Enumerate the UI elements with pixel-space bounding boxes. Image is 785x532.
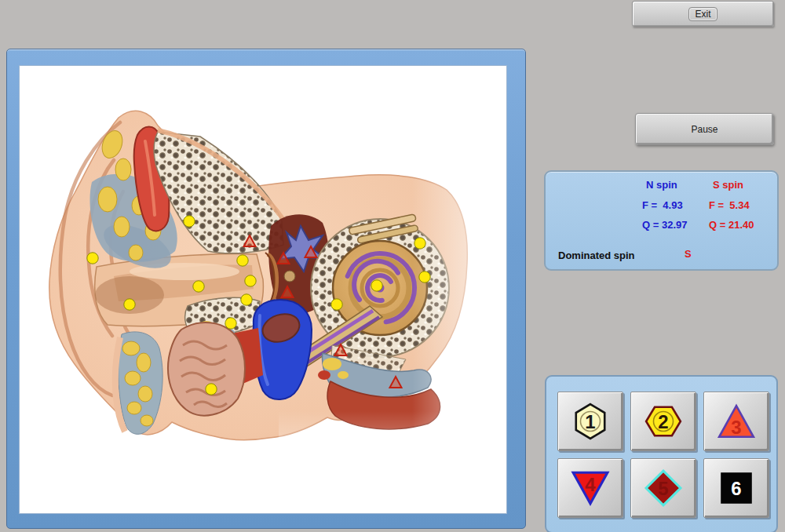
fade-right <box>412 168 506 450</box>
s-spin-f-value: F = 5.34 <box>709 199 750 211</box>
pause-button-label: Pause <box>691 124 717 135</box>
n-spin-q-value: Q = 32.97 <box>642 219 687 231</box>
shape-button-number: 6 <box>731 478 741 499</box>
measure-point-dot <box>237 255 248 266</box>
measure-point-dot <box>124 299 135 310</box>
shape-button-number: 5 <box>658 478 668 499</box>
fade-bottom <box>279 411 506 513</box>
diamond-icon: 5 <box>644 468 683 508</box>
n-spin-f-value: F = 4.93 <box>642 199 683 211</box>
shape-button-3[interactable]: 3 <box>703 392 769 451</box>
app-window: Exit Pause <box>0 0 785 532</box>
hexagon-h-icon: 2 <box>644 402 683 441</box>
s-spin-q-value: Q = 21.40 <box>709 219 754 231</box>
hexagon-v-icon: 1 <box>571 402 610 441</box>
fat-cluster <box>115 332 162 434</box>
measure-point-dot <box>419 271 430 282</box>
shape-button-2[interactable]: 2 <box>630 392 696 451</box>
measure-point-dot <box>414 238 425 249</box>
triangle-down-icon: 4 <box>571 468 610 508</box>
shape-buttons-panel: 123456 <box>545 375 778 532</box>
shape-button-1[interactable]: 1 <box>557 392 623 451</box>
measure-point-dot <box>193 281 204 292</box>
measure-point-dot <box>87 253 98 264</box>
shape-button-number: 1 <box>585 411 595 432</box>
measure-point-dot <box>245 275 256 286</box>
exit-button[interactable]: Exit <box>632 1 774 27</box>
shape-button-6[interactable]: 6 <box>703 458 769 518</box>
spin-info-panel: N spin S spin F = 4.93 F = 5.34 Q = 32.9… <box>544 170 779 271</box>
shape-button-number: 3 <box>731 417 741 438</box>
anatomy-image-panel <box>6 49 526 529</box>
shape-button-number: 4 <box>585 474 596 495</box>
measure-point-dot <box>371 280 382 291</box>
dominated-spin-label: Dominated spin <box>558 250 635 261</box>
square-icon: 6 <box>717 468 756 508</box>
exit-button-label: Exit <box>688 7 717 21</box>
measure-point-dot <box>241 294 252 305</box>
measure-point-dot <box>331 299 342 310</box>
pause-button[interactable]: Pause <box>635 113 774 145</box>
anatomy-canvas <box>20 66 506 513</box>
dominated-spin-value: S <box>685 248 692 260</box>
ear-anatomy-illustration <box>20 66 506 513</box>
shape-button-4[interactable]: 4 <box>557 458 623 518</box>
n-spin-label: N spin <box>646 179 677 191</box>
measure-point-dot <box>184 216 195 227</box>
triangle-up-icon: 3 <box>717 402 756 441</box>
measure-point-dot <box>225 318 236 329</box>
measure-point-dot <box>206 384 217 395</box>
shape-button-5[interactable]: 5 <box>630 458 696 518</box>
shape-button-number: 2 <box>658 411 668 432</box>
s-spin-label: S spin <box>713 179 743 191</box>
